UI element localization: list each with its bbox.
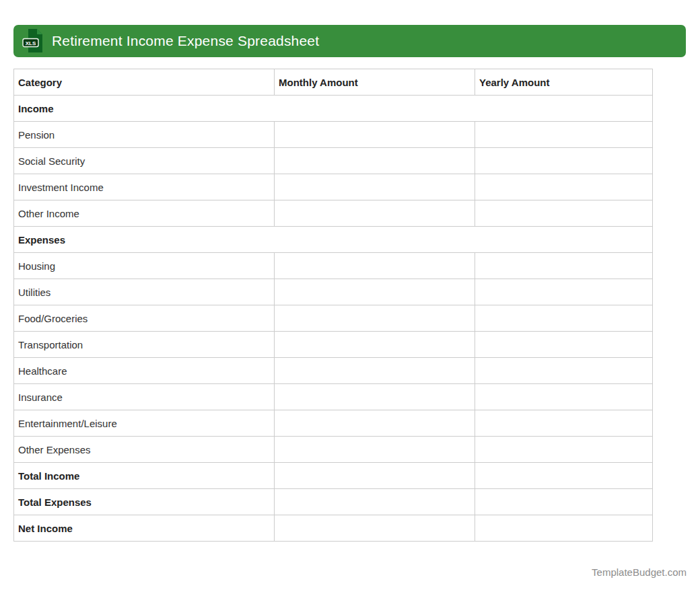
monthly-amount-cell [275,437,475,463]
category-cell: Pension [14,122,275,148]
category-cell: Entertainment/Leisure [14,410,275,437]
yearly-amount-cell [475,279,653,305]
monthly-amount-cell [275,332,475,358]
category-cell: Investment Income [14,174,275,200]
yearly-amount-cell [475,174,653,200]
title-bar: XLS Retirement Income Expense Spreadshee… [13,25,686,57]
category-cell: Transportation [14,332,275,358]
category-cell: Net Income [14,515,275,542]
monthly-amount-cell [275,279,475,305]
table-row: Transportation [14,332,653,358]
yearly-amount-cell [475,384,653,410]
monthly-amount-cell [275,463,475,489]
yearly-amount-cell [475,489,653,515]
column-header-category: Category [14,69,275,96]
category-cell: Social Security [14,148,275,174]
monthly-amount-cell [275,253,475,279]
section-label: Income [14,96,653,122]
table-row: Pension [14,122,653,148]
yearly-amount-cell [475,148,653,174]
spreadsheet-table: Category Monthly Amount Yearly Amount In… [13,69,653,542]
category-cell: Insurance [14,384,275,410]
table-row: Social Security [14,148,653,174]
category-cell: Other Expenses [14,437,275,463]
yearly-amount-cell [475,253,653,279]
table-body: IncomePensionSocial SecurityInvestment I… [14,96,653,542]
column-header-monthly-amount: Monthly Amount [275,69,475,96]
table-row: Total Expenses [14,489,653,515]
yearly-amount-cell [475,463,653,489]
section-row: Income [14,96,653,122]
xls-badge-label: XLS [26,40,36,46]
column-header-yearly-amount: Yearly Amount [475,69,653,96]
category-cell: Food/Groceries [14,305,275,332]
monthly-amount-cell [275,148,475,174]
table-row: Housing [14,253,653,279]
monthly-amount-cell [275,410,475,437]
monthly-amount-cell [275,489,475,515]
category-cell: Healthcare [14,358,275,384]
table-row: Other Expenses [14,437,653,463]
table-row: Healthcare [14,358,653,384]
monthly-amount-cell [275,384,475,410]
monthly-amount-cell [275,174,475,200]
section-row: Expenses [14,227,653,253]
yearly-amount-cell [475,200,653,227]
table-row: Investment Income [14,174,653,200]
table-row: Food/Groceries [14,305,653,332]
yearly-amount-cell [475,515,653,542]
category-cell: Total Expenses [14,489,275,515]
column-header-row: Category Monthly Amount Yearly Amount [14,69,653,96]
monthly-amount-cell [275,200,475,227]
category-cell: Housing [14,253,275,279]
category-cell: Utilities [14,279,275,305]
monthly-amount-cell [275,122,475,148]
table-row: Total Income [14,463,653,489]
table-row: Insurance [14,384,653,410]
xls-file-icon: XLS [22,28,44,54]
monthly-amount-cell [275,515,475,542]
yearly-amount-cell [475,305,653,332]
yearly-amount-cell [475,358,653,384]
yearly-amount-cell [475,437,653,463]
category-cell: Other Income [14,200,275,227]
page-title: Retirement Income Expense Spreadsheet [52,33,319,49]
monthly-amount-cell [275,305,475,332]
section-label: Expenses [14,227,653,253]
site-credit: TemplateBudget.com [592,566,687,578]
yearly-amount-cell [475,122,653,148]
table-row: Other Income [14,200,653,227]
table-row: Entertainment/Leisure [14,410,653,437]
table-row: Net Income [14,515,653,542]
monthly-amount-cell [275,358,475,384]
yearly-amount-cell [475,332,653,358]
table-row: Utilities [14,279,653,305]
yearly-amount-cell [475,410,653,437]
category-cell: Total Income [14,463,275,489]
